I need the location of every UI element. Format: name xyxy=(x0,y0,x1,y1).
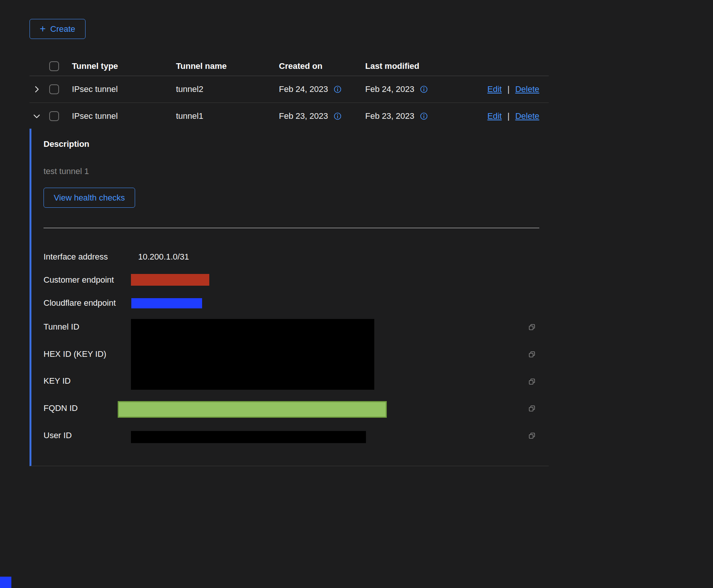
expand-cell xyxy=(30,112,49,120)
interface-address-label: Interface address xyxy=(44,252,108,262)
tunnel-id-label: Tunnel ID xyxy=(44,322,79,332)
action-separator: | xyxy=(508,84,510,94)
cell-last-modified: Feb 24, 2023 xyxy=(365,84,486,94)
fqdn-id-redaction xyxy=(118,401,387,418)
edit-link[interactable]: Edit xyxy=(487,84,502,94)
ipsec-tunnels-page: + Create Tunnel type Tunnel name Created… xyxy=(0,0,713,588)
cell-actions: Edit | Delete xyxy=(486,111,549,121)
copy-fqdn-id-icon[interactable] xyxy=(528,404,536,413)
info-icon[interactable] xyxy=(420,85,428,93)
copy-tunnel-id-icon[interactable] xyxy=(528,323,536,331)
create-button[interactable]: + Create xyxy=(30,19,86,39)
select-all-checkbox[interactable] xyxy=(49,61,59,71)
customer-endpoint-redaction xyxy=(131,274,209,286)
description-label: Description xyxy=(44,139,89,149)
tunnel-id-redaction xyxy=(131,319,374,390)
key-id-label: KEY ID xyxy=(44,376,71,386)
checkbox-cell xyxy=(49,84,72,94)
cloudflare-endpoint-redaction xyxy=(131,298,202,308)
chevron-down-icon[interactable] xyxy=(33,112,41,120)
create-button-label: Create xyxy=(50,24,75,34)
header-checkbox-cell xyxy=(49,61,72,71)
cell-tunnel-name: tunnel1 xyxy=(176,111,279,121)
tunnel-detail-panel: Description test tunnel 1 View health ch… xyxy=(30,129,549,466)
copy-user-id-icon[interactable] xyxy=(528,432,536,440)
cell-tunnel-type: IPsec tunnel xyxy=(72,111,176,121)
copy-key-id-icon[interactable] xyxy=(528,378,536,386)
cell-actions: Edit | Delete xyxy=(486,84,549,94)
info-icon[interactable] xyxy=(333,112,342,120)
cell-last-modified: Feb 23, 2023 xyxy=(365,111,486,121)
section-divider xyxy=(44,228,539,228)
table-header-row: Tunnel type Tunnel name Created on Last … xyxy=(30,57,549,76)
customer-endpoint-label: Customer endpoint xyxy=(44,275,114,285)
cell-created-on: Feb 24, 2023 xyxy=(279,84,365,94)
chevron-right-icon[interactable] xyxy=(33,85,41,93)
edit-link[interactable]: Edit xyxy=(487,111,502,121)
plus-icon: + xyxy=(40,24,46,34)
row-checkbox[interactable] xyxy=(49,111,59,121)
hex-id-label: HEX ID (KEY ID) xyxy=(44,349,106,359)
tunnels-table: Tunnel type Tunnel name Created on Last … xyxy=(30,57,549,129)
user-id-redaction xyxy=(131,431,366,443)
checkbox-cell xyxy=(49,111,72,121)
interface-address-value: 10.200.1.0/31 xyxy=(138,252,189,262)
header-tunnel-type: Tunnel type xyxy=(72,61,176,71)
header-created-on: Created on xyxy=(279,61,365,71)
header-tunnel-name: Tunnel name xyxy=(176,61,279,71)
view-health-checks-button[interactable]: View health checks xyxy=(44,188,135,208)
delete-link[interactable]: Delete xyxy=(515,84,539,94)
created-on-value: Feb 24, 2023 xyxy=(279,84,328,94)
info-icon[interactable] xyxy=(420,112,428,120)
cell-tunnel-type: IPsec tunnel xyxy=(72,84,176,94)
expand-cell xyxy=(30,85,49,93)
action-separator: | xyxy=(508,111,510,121)
last-modified-value: Feb 23, 2023 xyxy=(365,111,414,121)
fqdn-id-label: FQDN ID xyxy=(44,403,78,413)
cell-tunnel-name: tunnel2 xyxy=(176,84,279,94)
corner-redaction xyxy=(0,577,11,588)
row-checkbox[interactable] xyxy=(49,84,59,94)
delete-link[interactable]: Delete xyxy=(515,111,539,121)
header-last-modified: Last modified xyxy=(365,61,486,71)
info-icon[interactable] xyxy=(333,85,342,93)
created-on-value: Feb 23, 2023 xyxy=(279,111,328,121)
user-id-label: User ID xyxy=(44,431,72,440)
cloudflare-endpoint-label: Cloudflare endpoint xyxy=(44,298,116,308)
cell-created-on: Feb 23, 2023 xyxy=(279,111,365,121)
table-row-tunnel1: IPsec tunnel tunnel1 Feb 23, 2023 Feb 23… xyxy=(30,103,549,129)
description-value: test tunnel 1 xyxy=(44,166,89,176)
last-modified-value: Feb 24, 2023 xyxy=(365,84,414,94)
copy-hex-id-icon[interactable] xyxy=(528,350,536,359)
table-row-tunnel2: IPsec tunnel tunnel2 Feb 24, 2023 Feb 24… xyxy=(30,76,549,103)
